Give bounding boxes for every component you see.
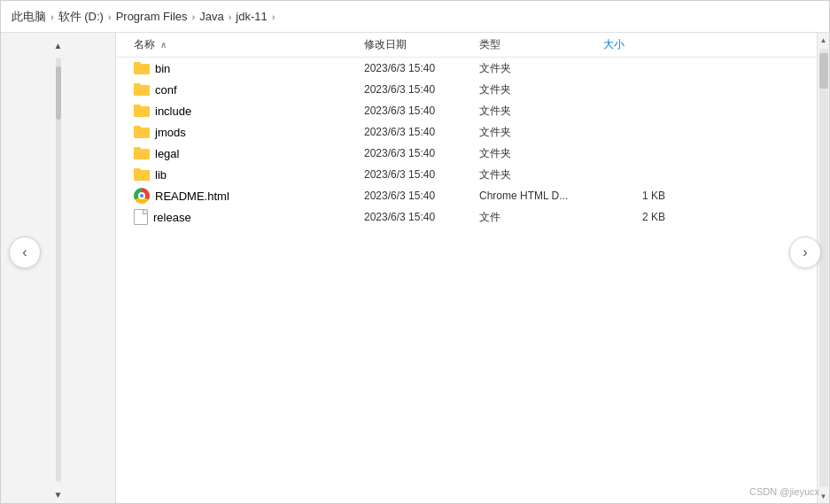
col-header-name[interactable]: 名称 ∧ — [116, 37, 364, 52]
file-type-cell-1: 文件夹 — [479, 82, 603, 97]
breadcrumb-item-4[interactable]: jdk-11 — [236, 10, 267, 23]
file-date-cell-6: 2023/6/3 15:40 — [364, 190, 479, 202]
size-header-label: 大小 — [603, 38, 624, 50]
table-row[interactable]: release2023/6/3 15:40文件2 KB — [116, 206, 817, 228]
left-scrollbar-thumb[interactable] — [56, 66, 61, 120]
file-name-cell-6: README.html — [116, 188, 364, 204]
file-name-label: jmods — [155, 126, 186, 139]
file-name-label: bin — [155, 62, 170, 75]
file-name-cell-2: include — [116, 105, 364, 118]
file-date-cell-2: 2023/6/3 15:40 — [364, 105, 479, 117]
file-date-cell-0: 2023/6/3 15:40 — [364, 62, 479, 74]
file-name-label: README.html — [155, 190, 229, 203]
breadcrumb-item-2[interactable]: Program Files — [116, 10, 188, 23]
file-rows: bin2023/6/3 15:40文件夹 conf2023/6/3 15:40文… — [116, 58, 817, 503]
file-name-cell-4: legal — [116, 147, 364, 160]
table-row[interactable]: README.html2023/6/3 15:40Chrome HTML D..… — [116, 185, 817, 206]
file-type-cell-3: 文件夹 — [479, 125, 603, 140]
file-date-cell-1: 2023/6/3 15:40 — [364, 83, 479, 96]
breadcrumb-sep-3: › — [229, 12, 232, 22]
table-row[interactable]: conf2023/6/3 15:40文件夹 — [116, 79, 817, 100]
table-row[interactable]: bin2023/6/3 15:40文件夹 — [116, 58, 817, 79]
breadcrumb-bar: 此电脑 › 软件 (D:) › Program Files › Java › j… — [1, 1, 829, 33]
sort-arrow-icon: ∧ — [160, 40, 167, 50]
file-explorer-window: 此电脑 › 软件 (D:) › Program Files › Java › j… — [0, 0, 830, 504]
file-name-label: legal — [155, 147, 179, 160]
scroll-down-arrow[interactable]: ▼ — [50, 485, 67, 503]
chrome-icon — [134, 188, 150, 204]
folder-icon — [134, 168, 150, 181]
table-row[interactable]: include2023/6/3 15:40文件夹 — [116, 100, 817, 121]
file-name-cell-3: jmods — [116, 126, 364, 139]
file-name-cell-0: bin — [116, 62, 364, 75]
file-name-label: include — [155, 105, 191, 118]
folder-icon — [134, 126, 150, 138]
folder-icon — [134, 147, 150, 159]
col-header-type[interactable]: 类型 — [479, 37, 603, 52]
file-type-cell-4: 文件夹 — [479, 146, 603, 161]
breadcrumb-sep-0: › — [50, 12, 54, 22]
right-scroll-up[interactable]: ▲ — [818, 33, 830, 47]
file-type-cell-7: 文件 — [479, 210, 603, 225]
col-header-date[interactable]: 修改日期 — [364, 37, 479, 52]
column-headers: 名称 ∧ 修改日期 类型 大小 — [116, 33, 817, 58]
scroll-up-arrow[interactable]: ▲ — [50, 36, 67, 54]
folder-icon — [134, 105, 150, 117]
breadcrumb-item-0[interactable]: 此电脑 — [12, 9, 46, 25]
file-size-cell-6: 1 KB — [603, 190, 674, 202]
file-name-cell-7: release — [116, 209, 364, 225]
right-scroll-track — [819, 49, 828, 487]
breadcrumb-sep-2: › — [192, 12, 196, 22]
file-name-cell-5: lib — [116, 168, 364, 182]
file-size-cell-7: 2 KB — [603, 211, 674, 223]
col-header-size[interactable]: 大小 — [603, 37, 674, 52]
right-scrollbar: ▲ ▼ — [817, 33, 829, 503]
name-header-label: 名称 — [134, 37, 155, 52]
file-icon — [134, 209, 148, 225]
content-area: ▲ ▼ 名称 ∧ 修改日期 类型 大小 — [1, 33, 829, 503]
right-scroll-thumb[interactable] — [819, 53, 828, 89]
table-row[interactable]: lib2023/6/3 15:40文件夹 — [116, 164, 817, 185]
table-row[interactable]: jmods2023/6/3 15:40文件夹 — [116, 121, 817, 143]
watermark: CSDN @jieyucx — [749, 486, 819, 497]
file-list-container: 名称 ∧ 修改日期 类型 大小 bin2 — [116, 33, 817, 503]
file-date-cell-4: 2023/6/3 15:40 — [364, 147, 479, 159]
file-name-label: release — [153, 211, 191, 224]
file-type-cell-6: Chrome HTML D... — [479, 190, 603, 202]
nav-right-button[interactable]: › — [789, 236, 821, 268]
nav-left-button[interactable]: ‹ — [9, 236, 41, 268]
left-panel: ▲ ▼ — [1, 33, 116, 503]
breadcrumb-item-1[interactable]: 软件 (D:) — [58, 9, 104, 25]
file-name-cell-1: conf — [116, 83, 364, 97]
folder-icon — [134, 83, 150, 96]
file-type-cell-2: 文件夹 — [479, 104, 603, 119]
file-name-label: conf — [155, 83, 177, 97]
file-date-cell-7: 2023/6/3 15:40 — [364, 211, 479, 223]
folder-icon — [134, 62, 150, 74]
breadcrumb-sep-1: › — [108, 12, 112, 22]
file-type-cell-5: 文件夹 — [479, 167, 603, 182]
file-date-cell-3: 2023/6/3 15:40 — [364, 126, 479, 138]
breadcrumb-sep-4: › — [272, 12, 275, 22]
left-scrollbar-track — [56, 58, 61, 482]
file-name-label: lib — [155, 168, 167, 182]
file-date-cell-5: 2023/6/3 15:40 — [364, 168, 479, 181]
file-type-cell-0: 文件夹 — [479, 61, 603, 76]
date-header-label: 修改日期 — [364, 38, 407, 50]
table-row[interactable]: legal2023/6/3 15:40文件夹 — [116, 143, 817, 164]
breadcrumb-item-3[interactable]: Java — [199, 10, 223, 23]
type-header-label: 类型 — [479, 38, 500, 50]
